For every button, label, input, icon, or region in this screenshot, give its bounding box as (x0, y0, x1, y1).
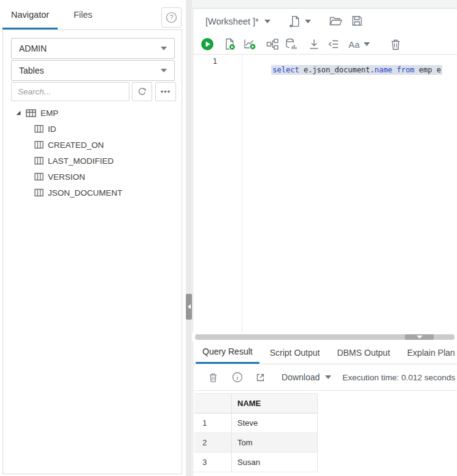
sql-text (392, 66, 396, 74)
table-row[interactable]: 1 Steve (194, 413, 318, 433)
chevron-down-icon (364, 42, 370, 46)
worksheet-toolbar: Aa (193, 34, 457, 55)
tree-node-column[interactable]: CREATED_ON (3, 137, 182, 153)
sql-text: e.json_document. (299, 66, 375, 74)
open-file-button[interactable] (329, 15, 342, 27)
column-icon (34, 140, 44, 149)
help-button[interactable]: ? (161, 7, 182, 28)
tab-query-result[interactable]: Query Result (196, 341, 259, 364)
tab-dbms-output[interactable]: DBMS Output (330, 341, 396, 364)
selected-code: select e.json_document.name from emp e (271, 65, 442, 75)
svg-text:?: ? (169, 13, 173, 21)
font-size-button[interactable]: Aa (348, 37, 370, 52)
tree-node-emp[interactable]: EMP (3, 105, 182, 121)
results-toolbar: Download Execution time: 0.012 seconds (193, 364, 457, 391)
editor-gutter: 1 (193, 55, 242, 332)
chevron-down-icon (161, 69, 167, 72)
tree-node-column[interactable]: JSON_DOCUMENT (3, 185, 182, 201)
schema-select[interactable]: ADMIN (11, 38, 175, 59)
table-row[interactable]: 2 Tom (194, 433, 318, 453)
tree-node-label: LAST_MODIFIED (48, 156, 113, 166)
column-icon (34, 125, 44, 133)
clear-results-button[interactable] (208, 372, 218, 383)
tab-script-output[interactable]: Script Output (263, 341, 327, 364)
explain-plan-button[interactable] (265, 37, 280, 52)
column-icon (34, 172, 44, 181)
new-worksheet-button[interactable] (289, 15, 311, 28)
execution-time-label: Execution time: 0.012 seconds (342, 373, 455, 382)
sql-keyword: from (397, 66, 415, 74)
grid-corner-cell (194, 394, 232, 413)
collapse-left-icon (188, 304, 191, 309)
vertical-splitter[interactable] (186, 0, 192, 476)
sql-keyword: select (272, 66, 299, 74)
search-input[interactable] (11, 82, 129, 101)
results-tab-bar: Query Result Script Output DBMS Output E… (193, 341, 457, 364)
row-number-cell: 3 (194, 453, 232, 472)
name-cell[interactable]: Tom (232, 433, 318, 452)
save-floppy-icon (351, 15, 363, 27)
download-button[interactable]: Download (282, 372, 331, 382)
tree-node-label: EMP (40, 109, 58, 118)
top-gray-strip (192, 0, 457, 8)
worksheet-title: [Worksheet ]* (205, 17, 259, 26)
collapse-down-icon (417, 336, 423, 339)
chevron-down-icon (264, 20, 271, 23)
autotrace-button[interactable] (242, 37, 257, 52)
clear-worksheet-button[interactable] (388, 37, 403, 52)
result-grid: NAME 1 Steve 2 Tom 3 Susan (194, 393, 318, 472)
save-file-button[interactable] (351, 15, 363, 27)
results-panel: Query Result Script Output DBMS Output E… (193, 341, 457, 476)
navigator-panel: ADMIN Tables ••• (2, 29, 182, 474)
chevron-down-icon (325, 375, 331, 379)
worksheet-panel: [Worksheet ]* (193, 8, 457, 332)
question-mark-icon: ? (166, 12, 177, 23)
tab-explain-plan[interactable]: Explain Plan (401, 341, 457, 364)
schema-select-value: ADMIN (19, 44, 47, 53)
name-cell[interactable]: Steve (232, 413, 318, 432)
object-tree: EMP ID CREATED_ON (3, 105, 182, 201)
grid-header-row: NAME (194, 394, 318, 413)
format-sql-button[interactable] (326, 37, 340, 52)
new-document-icon (289, 15, 302, 28)
sql-history-button[interactable] (284, 37, 299, 52)
tree-node-column[interactable]: LAST_MODIFIED (3, 153, 182, 169)
tab-navigator[interactable]: Navigator (2, 0, 58, 29)
ellipsis-icon: ••• (161, 87, 171, 96)
table-row[interactable]: 3 Susan (194, 453, 318, 472)
refresh-icon (137, 86, 147, 97)
open-in-new-button[interactable] (255, 372, 266, 383)
sql-code-line[interactable]: select e.json_document.name from emp e (245, 57, 442, 83)
line-number: 1 (193, 55, 242, 66)
sidebar-tab-bar: Navigator Files (0, 0, 186, 29)
folder-icon (329, 15, 342, 27)
results-collapse-handle[interactable] (405, 334, 434, 340)
tree-node-label: CREATED_ON (48, 140, 104, 150)
download-editor-button[interactable] (307, 37, 321, 52)
tree-expanded-icon[interactable] (15, 110, 21, 116)
object-type-select[interactable]: Tables (11, 60, 175, 81)
sql-editor[interactable]: 1 select e.json_document.name from emp e (193, 55, 457, 332)
more-actions-button[interactable]: ••• (155, 82, 176, 101)
download-label: Download (282, 372, 320, 382)
tab-files[interactable]: Files (69, 0, 98, 29)
font-size-icon: Aa (348, 39, 359, 50)
sidebar-collapse-handle[interactable] (186, 294, 192, 320)
tree-node-column[interactable]: ID (3, 121, 182, 137)
name-cell[interactable]: Susan (232, 453, 318, 472)
sql-text: emp e (415, 66, 441, 74)
refresh-button[interactable] (132, 82, 152, 101)
tree-node-column[interactable]: VERSION (3, 169, 182, 185)
worksheet-title-dropdown[interactable]: [Worksheet ]* (205, 9, 271, 34)
info-button[interactable] (232, 372, 243, 383)
run-statement-button[interactable] (200, 37, 215, 52)
worksheet-header: [Worksheet ]* (193, 9, 457, 34)
run-script-button[interactable] (223, 37, 237, 52)
tree-node-label: VERSION (48, 172, 85, 182)
row-number-cell: 2 (194, 433, 232, 452)
row-number-cell: 1 (194, 413, 232, 432)
grid-column-header[interactable]: NAME (232, 394, 318, 413)
object-type-select-value: Tables (19, 66, 44, 75)
tree-node-label: JSON_DOCUMENT (48, 188, 123, 198)
table-icon (26, 109, 36, 118)
